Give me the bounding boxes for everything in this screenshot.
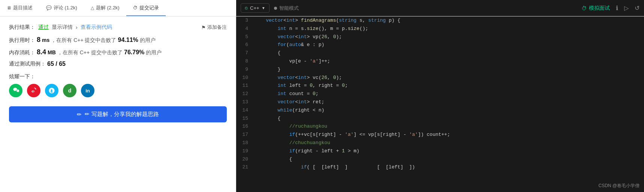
description-icon: 🖥 [7, 5, 11, 10]
line-content: int n = s.size(), m = p.size(); [254, 25, 644, 33]
line-number: 20 [236, 155, 254, 164]
tab-bar: 🖥 题目描述 💬 评论 (1.2k) △ 题解 (2.2k) ⏱ 提交记录 [0, 0, 236, 16]
line-content: int count = 0; [254, 90, 644, 98]
smart-mode-toggle[interactable]: 智能模式 [274, 5, 299, 12]
code-line: 11 int left = 0, right = 0; [236, 82, 644, 90]
code-line: 13 vector<int> ret; [236, 98, 644, 106]
line-content: { [254, 115, 644, 123]
flag-icon: ⚑ [201, 25, 206, 30]
code-line: 18 //chuchuangkou [236, 139, 644, 147]
code-line: 10 vector<int> vc(26, 0); [236, 74, 644, 82]
submissions-icon: ⏱ [133, 5, 138, 10]
line-number: 15 [236, 115, 254, 123]
info-icon[interactable]: ℹ [616, 4, 618, 12]
lang-icon: © [245, 6, 248, 10]
line-number: 17 [236, 131, 254, 139]
line-content: int left = 0, right = 0; [254, 82, 644, 90]
chevron-down-icon: ▼ [262, 6, 265, 10]
code-line: 8 vp[e - 'a']++; [236, 57, 644, 65]
tab-description[interactable]: 🖥 题目描述 [0, 0, 39, 16]
mock-interview-button[interactable]: ⏱ 模拟面试 [581, 5, 610, 12]
linkedin-share-button[interactable]: in [81, 84, 94, 97]
qq-share-button[interactable] [45, 84, 58, 97]
tab-submissions[interactable]: ⏱ 提交记录 [126, 0, 166, 16]
memory-row: 内存消耗： 8.4 MB ，在所有 C++ 提交中击败了 76.79% 的用户 [9, 48, 227, 56]
language-selector[interactable]: © C++ ▼ [241, 3, 270, 13]
left-panel: 执行结果： 通过 显示详情 › 查看示例代码 ⚑ 添加备注 执行用时： 8 ms… [0, 16, 236, 192]
code-line: 14 while(right < n) [236, 106, 644, 115]
example-code-link[interactable]: 查看示例代码 [81, 24, 112, 31]
line-content: vector<int> vp(26, 0); [254, 33, 644, 41]
watermark: CSDN @卷毛小学僧 [598, 183, 640, 189]
line-number: 16 [236, 122, 254, 131]
line-content: { [254, 49, 644, 57]
line-content: if(++vc[s[right] - 'a'] <= vp[s[right] -… [254, 131, 644, 139]
line-number: 14 [236, 106, 254, 115]
result-detail-link[interactable]: 显示详情 [52, 24, 73, 31]
code-line: 5 vector<int> vp(26, 0); [236, 33, 644, 41]
solutions-icon: △ [91, 5, 94, 10]
line-content: vp[e - 'a']++; [254, 57, 644, 65]
code-line: 7 { [236, 49, 644, 57]
code-line: 3 vector<int> findAnagrams(string s, str… [236, 16, 644, 25]
code-line: 12 int count = 0; [236, 90, 644, 98]
line-content: for(auto& e : p) [254, 41, 644, 49]
line-content: vector<int> ret; [254, 98, 644, 106]
code-line: 6 for(auto& e : p) [236, 41, 644, 49]
line-number: 6 [236, 41, 254, 49]
main-layout: 执行结果： 通过 显示详情 › 查看示例代码 ⚑ 添加备注 执行用时： 8 ms… [0, 16, 644, 192]
line-content: vector<int> findAnagrams(string s, strin… [254, 16, 644, 25]
code-line: 9 } [236, 65, 644, 74]
line-number: 11 [236, 82, 254, 90]
code-line: 19 if(right - left + 1 > m) [236, 147, 644, 155]
run-icon[interactable]: ▷ [624, 4, 629, 12]
douban-share-button[interactable]: d [63, 84, 76, 97]
line-content: vector<int> vc(26, 0); [254, 74, 644, 82]
editor-toolbar: © C++ ▼ 智能模式 ⏱ 模拟面试 ℹ ▷ ↺ [236, 0, 644, 16]
line-number: 13 [236, 98, 254, 106]
code-line: 4 int n = s.size(), m = p.size(); [236, 25, 644, 33]
line-number: 9 [236, 65, 254, 74]
line-content: //ruchaungkou [254, 122, 644, 131]
runtime-row: 执行用时： 8 ms ，在所有 C++ 提交中击败了 94.11% 的用户 [9, 36, 227, 44]
line-number: 19 [236, 147, 254, 155]
wechat-share-button[interactable] [9, 84, 22, 97]
code-line: 15 { [236, 115, 644, 123]
line-number: 12 [236, 90, 254, 98]
code-line: 21 if( [ [left] ] [ [left] ]) [236, 163, 644, 171]
result-status: 通过 [38, 24, 49, 31]
write-solution-button[interactable]: ✏ ✏ 写题解，分享我的解题思路 [9, 106, 227, 122]
code-line: 17 if(++vc[s[right] - 'a'] <= vp[s[right… [236, 131, 644, 139]
result-row: 执行结果： 通过 显示详情 › 查看示例代码 ⚑ 添加备注 [9, 24, 227, 31]
line-content: while(right < n) [254, 106, 644, 115]
code-editor-panel: 3 vector<int> findAnagrams(string s, str… [236, 16, 644, 192]
more-icon[interactable]: ↺ [635, 4, 640, 12]
line-number: 21 [236, 163, 254, 171]
line-content: if( [ [left] ] [ [left] ]) [254, 163, 644, 171]
share-label: 炫耀一下： [9, 73, 227, 80]
line-number: 3 [236, 16, 254, 25]
line-number: 5 [236, 33, 254, 41]
weibo-share-button[interactable] [27, 84, 40, 97]
tab-solutions[interactable]: △ 题解 (2.2k) [84, 0, 126, 16]
line-number: 10 [236, 74, 254, 82]
test-cases-row: 通过测试用例： 65 / 65 [9, 61, 227, 67]
comments-icon: 💬 [46, 5, 52, 10]
add-note-button[interactable]: ⚑ 添加备注 [201, 24, 227, 31]
code-area[interactable]: 3 vector<int> findAnagrams(string s, str… [236, 16, 644, 192]
line-content: //chuchuangkou [254, 139, 644, 147]
toolbar-right: ⏱ 模拟面试 ℹ ▷ ↺ [581, 4, 640, 12]
mock-icon: ⏱ [581, 5, 587, 11]
line-number: 18 [236, 139, 254, 147]
social-share-row: d in [9, 84, 227, 97]
code-line: 20 { [236, 155, 644, 164]
tab-comments[interactable]: 💬 评论 (1.2k) [39, 0, 84, 16]
line-number: 7 [236, 49, 254, 57]
code-line: 16 //ruchaungkou [236, 122, 644, 131]
line-content: if(right - left + 1 > m) [254, 147, 644, 155]
line-content: { [254, 155, 644, 164]
top-bar: 🖥 题目描述 💬 评论 (1.2k) △ 题解 (2.2k) ⏱ 提交记录 © … [0, 0, 644, 16]
edit-icon: ✏ [77, 111, 82, 118]
line-number: 8 [236, 57, 254, 65]
line-number: 4 [236, 25, 254, 33]
